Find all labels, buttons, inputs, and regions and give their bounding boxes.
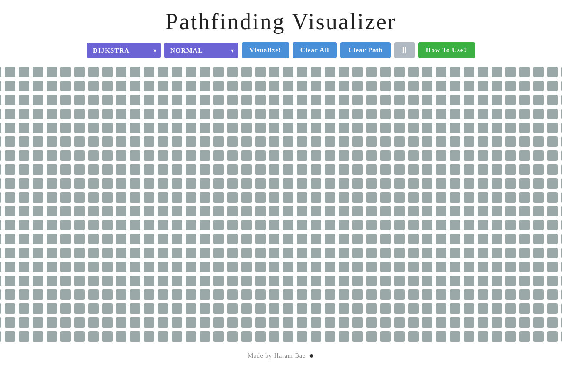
grid-cell[interactable] xyxy=(450,95,460,105)
grid-cell[interactable] xyxy=(5,303,15,314)
grid-cell[interactable] xyxy=(380,95,391,105)
grid-cell[interactable] xyxy=(311,206,321,216)
grid-cell[interactable] xyxy=(269,331,279,342)
grid-cell[interactable] xyxy=(283,67,293,77)
grid-cell[interactable] xyxy=(255,289,266,300)
grid-cell[interactable] xyxy=(241,192,252,203)
grid-cell[interactable] xyxy=(339,95,349,105)
grid-cell[interactable] xyxy=(158,248,168,258)
grid-cell[interactable] xyxy=(102,331,113,342)
grid-cell[interactable] xyxy=(19,95,29,105)
grid-cell[interactable] xyxy=(311,164,321,175)
grid-cell[interactable] xyxy=(74,262,85,272)
grid-cell[interactable] xyxy=(255,150,266,161)
grid-cell[interactable] xyxy=(283,81,293,91)
grid-cell[interactable] xyxy=(116,81,126,91)
grid-cell[interactable] xyxy=(297,81,307,91)
grid-cell[interactable] xyxy=(505,262,516,272)
grid-cell[interactable] xyxy=(213,136,224,147)
grid-cell[interactable] xyxy=(436,178,446,189)
grid-cell[interactable] xyxy=(74,150,85,161)
pause-button[interactable]: ⏸ xyxy=(394,42,415,58)
grid-cell[interactable] xyxy=(325,234,335,244)
grid-cell[interactable] xyxy=(60,81,71,91)
grid-cell[interactable] xyxy=(102,248,113,258)
grid-cell[interactable] xyxy=(213,109,224,119)
grid-cell[interactable] xyxy=(102,317,113,328)
grid-cell[interactable] xyxy=(116,67,126,77)
grid-cell[interactable] xyxy=(5,317,15,328)
grid-cell[interactable] xyxy=(74,192,85,203)
grid-cell[interactable] xyxy=(297,303,307,314)
grid-cell[interactable] xyxy=(505,95,516,105)
grid-cell[interactable] xyxy=(283,248,293,258)
grid-cell[interactable] xyxy=(450,164,460,175)
grid-cell[interactable] xyxy=(380,289,391,300)
grid-cell[interactable] xyxy=(102,178,113,189)
grid-cell[interactable] xyxy=(533,136,544,147)
grid-cell[interactable] xyxy=(325,303,335,314)
grid-cell[interactable] xyxy=(408,178,419,189)
grid-cell[interactable] xyxy=(408,276,419,286)
grid-cell[interactable] xyxy=(19,67,29,77)
grid-cell[interactable] xyxy=(450,206,460,216)
grid-cell[interactable] xyxy=(366,303,377,314)
grid-cell[interactable] xyxy=(241,206,252,216)
grid-cell[interactable] xyxy=(325,220,335,230)
grid-cell[interactable] xyxy=(547,262,558,272)
grid-cell[interactable] xyxy=(88,206,99,216)
grid-cell[interactable] xyxy=(88,220,99,230)
grid-cell[interactable] xyxy=(519,220,530,230)
grid-cell[interactable] xyxy=(0,123,1,133)
grid-cell[interactable] xyxy=(352,220,363,230)
grid-cell[interactable] xyxy=(492,95,502,105)
grid-cell[interactable] xyxy=(464,220,474,230)
grid-cell[interactable] xyxy=(297,262,307,272)
grid-cell[interactable] xyxy=(5,262,15,272)
grid-cell[interactable] xyxy=(311,262,321,272)
grid-cell[interactable] xyxy=(352,81,363,91)
grid-cell[interactable] xyxy=(464,192,474,203)
grid-cell[interactable] xyxy=(158,262,168,272)
grid-cell[interactable] xyxy=(325,109,335,119)
grid-cell[interactable] xyxy=(339,109,349,119)
grid-cell[interactable] xyxy=(269,67,279,77)
grid-cell[interactable] xyxy=(339,81,349,91)
grid-cell[interactable] xyxy=(158,303,168,314)
grid-cell[interactable] xyxy=(88,303,99,314)
grid-cell[interactable] xyxy=(5,81,15,91)
speed-select[interactable]: FAST NORMAL SLOW xyxy=(164,43,238,58)
grid-cell[interactable] xyxy=(213,95,224,105)
grid-cell[interactable] xyxy=(478,150,488,161)
grid-cell[interactable] xyxy=(172,303,182,314)
grid-cell[interactable] xyxy=(547,67,558,77)
grid-cell[interactable] xyxy=(478,206,488,216)
grid-cell[interactable] xyxy=(0,67,1,77)
grid-cell[interactable] xyxy=(339,178,349,189)
grid-cell[interactable] xyxy=(19,303,29,314)
grid-cell[interactable] xyxy=(492,150,502,161)
grid-cell[interactable] xyxy=(533,234,544,244)
grid-cell[interactable] xyxy=(255,276,266,286)
grid-cell[interactable] xyxy=(74,95,85,105)
grid-cell[interactable] xyxy=(186,276,196,286)
clear-all-button[interactable]: Clear All xyxy=(293,42,337,58)
grid-cell[interactable] xyxy=(200,248,210,258)
grid-cell[interactable] xyxy=(186,289,196,300)
grid-cell[interactable] xyxy=(366,192,377,203)
grid-cell[interactable] xyxy=(227,192,238,203)
grid-cell[interactable] xyxy=(422,95,432,105)
grid-cell[interactable] xyxy=(394,164,405,175)
grid-cell[interactable] xyxy=(492,289,502,300)
grid-cell[interactable] xyxy=(186,123,196,133)
grid-cell[interactable] xyxy=(5,150,15,161)
grid-cell[interactable] xyxy=(394,109,405,119)
grid-cell[interactable] xyxy=(158,95,168,105)
grid-cell[interactable] xyxy=(60,248,71,258)
grid-cell[interactable] xyxy=(255,136,266,147)
grid-cell[interactable] xyxy=(241,303,252,314)
grid-cell[interactable] xyxy=(33,109,43,119)
grid-cell[interactable] xyxy=(33,192,43,203)
grid-cell[interactable] xyxy=(186,248,196,258)
grid-cell[interactable] xyxy=(519,178,530,189)
